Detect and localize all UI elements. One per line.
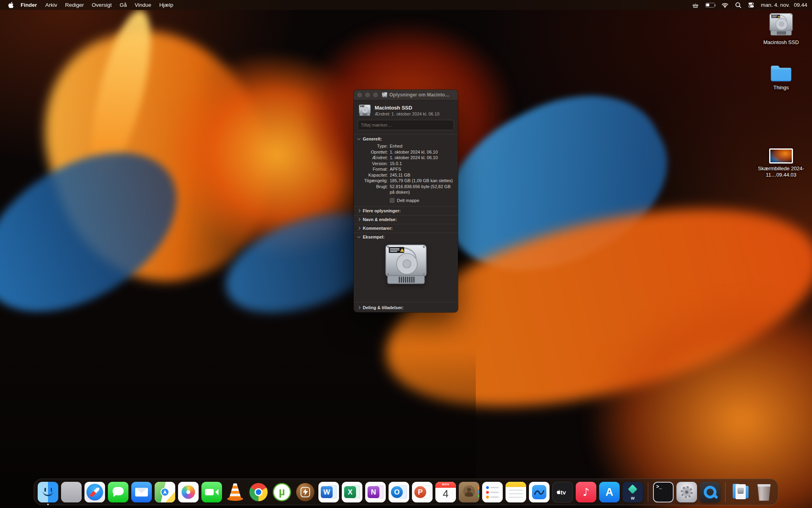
info-row: Tilgængelig:185,79 GB (1,09 GB kan slett…: [358, 178, 454, 184]
preview-section-header[interactable]: Eksempel:: [354, 233, 458, 241]
wifi-icon[interactable]: [721, 2, 729, 8]
excel-icon[interactable]: X: [342, 482, 362, 502]
lightning-app-icon[interactable]: [295, 482, 316, 502]
system-settings-icon[interactable]: [676, 482, 697, 502]
onenote-icon[interactable]: N: [365, 482, 386, 502]
documents-stack-icon[interactable]: [730, 482, 751, 502]
outlook-icon[interactable]: O: [389, 482, 409, 502]
menu-bar-status: man. 4. nov. 09.44: [692, 2, 812, 8]
info-header: Macintosh SSD Ændret: 1. oktober 2024 kl…: [354, 100, 458, 119]
quicktime-icon[interactable]: [700, 482, 720, 502]
vlc-icon[interactable]: [225, 482, 245, 502]
contacts-icon[interactable]: [459, 482, 479, 502]
icon-glyph: A: [599, 482, 620, 502]
apple-tv-icon[interactable]: tv: [552, 482, 573, 502]
hard-drive-icon: [768, 12, 794, 37]
minimize-button[interactable]: [365, 92, 370, 97]
chrome-icon[interactable]: [248, 482, 269, 502]
freeform-icon[interactable]: [529, 482, 550, 502]
trash-icon[interactable]: [754, 482, 774, 502]
get-info-window: Oplysninger om Macinto… Macintosh SSD Æn…: [354, 90, 458, 312]
chevron-right-icon: [357, 227, 360, 230]
menu-item-finder[interactable]: Finder: [16, 0, 41, 10]
reminders-icon[interactable]: [482, 482, 503, 502]
apple-menu-icon[interactable]: [8, 2, 14, 8]
desktop-icon-screenshot[interactable]: Skærmbillede 2024-11…09.44.03: [756, 148, 806, 178]
battery-icon[interactable]: [705, 3, 715, 8]
menu-item-arkiv[interactable]: Arkiv: [41, 0, 61, 10]
desktop-icon-label: Things: [773, 85, 789, 91]
photos-icon[interactable]: [178, 482, 199, 502]
menu-item-rediger[interactable]: Rediger: [61, 0, 88, 10]
word-icon[interactable]: W: [318, 482, 339, 502]
chevron-right-icon: [357, 209, 360, 212]
search-icon[interactable]: [735, 2, 741, 8]
more-info-section-header[interactable]: Flere oplysninger:: [354, 207, 458, 215]
app-store-icon[interactable]: A: [599, 482, 620, 502]
preview-image: [354, 241, 458, 290]
battery-level: [706, 4, 709, 6]
comments-section-header[interactable]: Kommentarer:: [354, 224, 458, 233]
hard-drive-icon: [382, 92, 387, 98]
dock-separator: [648, 482, 648, 502]
desktop-screen: Finder Arkiv Rediger Oversigt Gå Vindue …: [0, 0, 812, 508]
general-section-header[interactable]: Generelt:: [358, 135, 454, 143]
desktop-icon-label: Macintosh SSD: [763, 39, 799, 46]
wallpaper-swirl: [587, 294, 812, 508]
hard-drive-icon: [383, 242, 429, 287]
menu-item-vindue[interactable]: Vindue: [131, 0, 155, 10]
volume-modified: Ændret: 1. oktober 2024 kl. 06.10: [375, 112, 439, 116]
running-indicator: [47, 504, 49, 505]
control-center-icon[interactable]: [748, 2, 755, 8]
desktop-icon-macintosh-ssd[interactable]: Macintosh SSD: [756, 12, 806, 46]
safari-icon[interactable]: [84, 482, 105, 502]
shared-folder-row: Delt mappe: [390, 198, 454, 203]
music-icon[interactable]: ♪: [576, 482, 596, 502]
icon-glyph: N: [368, 486, 379, 498]
filmora-icon[interactable]: w: [622, 482, 643, 502]
icon-glyph: P: [414, 486, 426, 498]
icon-glyph: tv: [561, 489, 566, 496]
window-title: Oplysninger om Macinto…: [377, 92, 454, 98]
powerpoint-icon[interactable]: P: [412, 482, 433, 502]
dock: µWXNOPNOV4tv♪Aw>_: [34, 479, 778, 505]
chevron-right-icon: [357, 306, 360, 309]
maps-icon[interactable]: [155, 482, 175, 502]
terminal-icon[interactable]: >_: [653, 482, 674, 502]
finder-icon[interactable]: [38, 482, 58, 502]
menu-bar-left: Finder Arkiv Rediger Oversigt Gå Vindue …: [0, 0, 177, 10]
notes-icon[interactable]: [506, 482, 526, 502]
shared-folder-checkbox[interactable]: [390, 198, 395, 203]
close-button[interactable]: [357, 92, 362, 97]
keyboard-brightness-icon[interactable]: [692, 2, 699, 8]
sharing-permissions-section-header[interactable]: Deling & tilladelser:: [354, 302, 458, 312]
icon-glyph: >_: [656, 484, 662, 490]
chevron-down-icon: [357, 235, 360, 238]
info-row: Ændret:1. oktober 2024 kl. 06.10: [358, 155, 454, 161]
menu-item-hjaelp[interactable]: Hjælp: [155, 0, 177, 10]
desktop-icon-label: Skærmbillede 2024-11…09.44.03: [756, 165, 806, 178]
menu-item-gaa[interactable]: Gå: [116, 0, 131, 10]
calendar-month: NOV: [435, 483, 456, 486]
info-row: Type:Enhed: [358, 143, 454, 149]
dock-separator: [725, 482, 726, 502]
utorrent-icon[interactable]: µ: [272, 482, 292, 502]
info-row: Format:APFS: [358, 166, 454, 172]
hard-drive-icon: [358, 104, 371, 117]
icon-glyph: W: [321, 486, 333, 498]
name-extension-section-header[interactable]: Navn & endelse:: [354, 216, 458, 224]
menu-item-oversigt[interactable]: Oversigt: [88, 0, 116, 10]
launchpad-icon[interactable]: [61, 482, 82, 502]
messages-icon[interactable]: [108, 482, 128, 502]
general-section: Generelt: Type:Enhed Oprettet:1. oktober…: [354, 135, 458, 206]
menu-bar-clock[interactable]: man. 4. nov. 09.44: [761, 2, 807, 8]
window-titlebar[interactable]: Oplysninger om Macinto…: [354, 90, 458, 100]
tags-input[interactable]: [358, 120, 454, 130]
mail-icon[interactable]: [131, 482, 152, 502]
desktop-icon-things-folder[interactable]: Things: [756, 64, 806, 91]
calendar-day: 4: [435, 488, 456, 500]
info-row: Oprettet:1. oktober 2024 kl. 06.10: [358, 149, 454, 155]
facetime-icon[interactable]: [201, 482, 222, 502]
clock-time: 09.44: [794, 2, 807, 8]
calendar-icon[interactable]: NOV4: [435, 482, 456, 502]
